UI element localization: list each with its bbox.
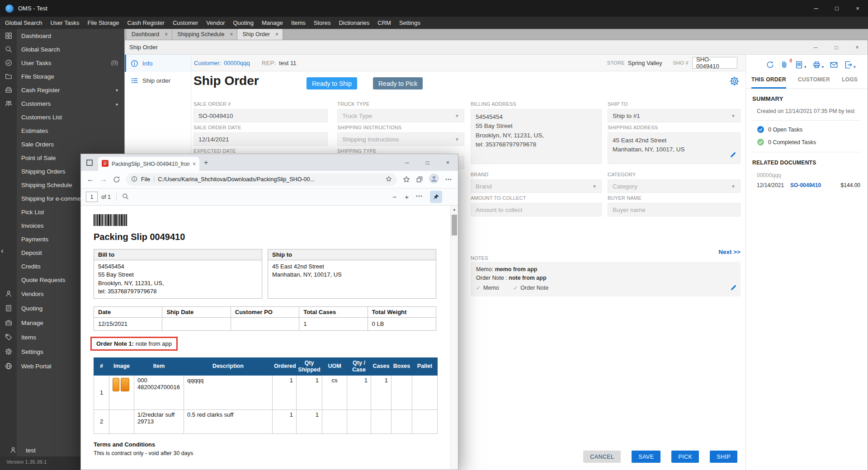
menu-user-tasks[interactable]: User Tasks [46, 19, 83, 26]
sidebar-item-user-tasks[interactable]: User Tasks (0) [0, 56, 124, 70]
add-favorite-icon[interactable] [386, 176, 392, 183]
sidebar-item-customers[interactable]: Customers ▴ [0, 97, 124, 110]
mail-icon[interactable] [830, 61, 838, 69]
more-options-icon[interactable] [445, 176, 452, 183]
shipping-instructions-select[interactable]: Shipping Instructions▼ [337, 132, 464, 146]
pin-toolbar-icon[interactable] [430, 191, 442, 203]
related-customer: 00000qqq [757, 172, 861, 179]
page-number-input[interactable]: 1 [86, 192, 98, 202]
nav-item-info[interactable]: Info [125, 55, 191, 72]
minimize-button[interactable]: ─ [805, 40, 826, 54]
memo-checkbox[interactable]: ✓Memo [476, 284, 499, 292]
scroll-up-icon[interactable]: ▲ [451, 207, 458, 212]
nav-item-ship-order[interactable]: Ship order [125, 72, 191, 89]
browser-close-button[interactable]: × [438, 154, 458, 171]
pdf-more-icon[interactable] [415, 193, 423, 201]
pdf-search-icon[interactable] [122, 193, 129, 201]
print-icon[interactable]: ▾ [812, 61, 824, 69]
export-icon[interactable]: ▾ [844, 61, 856, 69]
sidebar-subitem-customers-list[interactable]: Customers List [0, 110, 124, 124]
attachments-icon[interactable]: 0 [780, 61, 789, 69]
zoom-out-icon[interactable]: − [392, 193, 396, 201]
close-icon[interactable]: × [165, 31, 168, 38]
form-icon[interactable]: ▾ [795, 61, 807, 69]
customer-link[interactable]: 00000qqq [224, 60, 250, 66]
menu-settings[interactable]: Settings [395, 19, 425, 26]
pdf-scrollbar[interactable]: ▲ [450, 206, 458, 470]
pick-button[interactable]: PICK [671, 451, 699, 463]
tab-dashboard[interactable]: Dashboard × [127, 29, 172, 40]
close-icon[interactable]: × [275, 31, 278, 38]
sale-order-number-input[interactable]: SO-0049410 [193, 109, 328, 122]
menu-stores[interactable]: Stores [310, 19, 335, 26]
menu-manage[interactable]: Manage [258, 19, 287, 26]
back-icon[interactable]: ← [87, 175, 94, 183]
scrollbar-thumb[interactable] [452, 215, 457, 235]
ship-button[interactable]: SHIP [710, 451, 737, 463]
sidebar-item-dashboard[interactable]: Dashboard [0, 29, 124, 42]
sale-order-date-input[interactable]: 12/14/2021 [193, 132, 328, 146]
next-link[interactable]: Next >> [608, 249, 741, 255]
menu-cash-register[interactable]: Cash Register [123, 19, 169, 26]
menu-quoting[interactable]: Quoting [229, 19, 258, 26]
tab-ship-order[interactable]: Ship Order × [237, 29, 283, 40]
sidebar-item-global-search[interactable]: Global Search [0, 42, 124, 56]
sho-number-input[interactable]: SHO-0049410 [692, 57, 737, 69]
tab-this-order[interactable]: THIS ORDER [751, 76, 786, 89]
open-tasks[interactable]: 0 Open Tasks [757, 126, 861, 133]
refresh-icon[interactable] [113, 176, 120, 183]
zoom-in-icon[interactable]: + [405, 193, 409, 201]
menu-dictionaries[interactable]: Dictionaries [335, 19, 373, 26]
collections-icon[interactable] [416, 176, 423, 183]
truck-type-select[interactable]: Truck Type▼ [337, 109, 464, 122]
billing-address-box[interactable]: 54545454 55 Bay Street Brooklyn, NY, 112… [471, 109, 602, 164]
edit-shipping-address-icon[interactable] [730, 151, 736, 161]
save-button[interactable]: SAVE [632, 451, 660, 463]
menu-crm[interactable]: CRM [373, 19, 395, 26]
new-tab-button[interactable]: + [204, 159, 208, 167]
cancel-button[interactable]: CANCEL [583, 451, 621, 463]
favorites-icon[interactable] [403, 176, 410, 183]
ship-to-select[interactable]: Ship to #1▼ [608, 109, 741, 122]
tab-logs[interactable]: LOGS [842, 76, 858, 89]
browser-maximize-button[interactable]: □ [417, 154, 438, 171]
profile-avatar[interactable] [429, 174, 439, 185]
maximize-button[interactable]: □ [826, 40, 847, 54]
browser-tab[interactable]: PackingSlip_SHO-0049410_from × [98, 157, 199, 171]
menu-customer[interactable]: Customer [169, 19, 202, 26]
brand-select[interactable]: Brand▼ [471, 179, 602, 193]
forward-icon[interactable]: → [100, 175, 107, 183]
close-button[interactable]: × [847, 40, 868, 54]
buyer-name-input[interactable]: Buyer name [608, 203, 741, 216]
completed-tasks[interactable]: 0 Completed Tasks [757, 138, 861, 146]
address-bar[interactable]: File C:/Users/Karina_Shchitova/Downloads… [126, 173, 397, 186]
ready-to-pick-button[interactable]: Ready to Pick [373, 77, 423, 89]
app-minimize-button[interactable]: ─ [806, 0, 826, 17]
page-info-icon[interactable] [131, 176, 137, 183]
shipping-address-box[interactable]: 45 East 42nd Street Manhattan, NY, 10017… [608, 132, 741, 164]
browser-minimize-button[interactable]: ─ [397, 154, 417, 171]
app-close-button[interactable]: × [847, 0, 868, 17]
tab-customer[interactable]: CUSTOMER [798, 76, 830, 89]
menu-file-storage[interactable]: File Storage [83, 19, 123, 26]
close-tab-icon[interactable]: × [193, 161, 196, 167]
sidebar-item-cash-register[interactable]: Cash Register ▾ [0, 83, 124, 97]
category-select[interactable]: Category▼ [608, 179, 741, 193]
menu-vendor[interactable]: Vendor [202, 19, 229, 26]
sidebar-collapse-handle[interactable]: ‹ [1, 247, 4, 254]
menu-items[interactable]: Items [287, 19, 310, 26]
order-note-checkbox[interactable]: ✓Order Note [513, 284, 548, 292]
close-icon[interactable]: × [230, 31, 233, 38]
ready-to-ship-button[interactable]: Ready to Ship [307, 77, 357, 89]
amount-to-collect-input[interactable]: Amount to collect [471, 203, 602, 216]
sync-icon[interactable] [766, 61, 774, 69]
edit-notes-icon[interactable] [730, 284, 737, 294]
sidebar-subitem-estimates[interactable]: Estimates [0, 124, 124, 137]
settings-gear-icon[interactable] [730, 76, 739, 88]
tab-shipping-schedule[interactable]: Shipping Schedule × [172, 29, 237, 40]
sidebar-subitem-sale-orders[interactable]: Sale Orders [0, 137, 124, 151]
related-doc-link[interactable]: SO-0049410 [790, 182, 821, 188]
menu-global-search[interactable]: Global Search [1, 19, 46, 26]
app-maximize-button[interactable]: □ [826, 0, 847, 17]
sidebar-item-file-storage[interactable]: File Storage [0, 70, 124, 83]
